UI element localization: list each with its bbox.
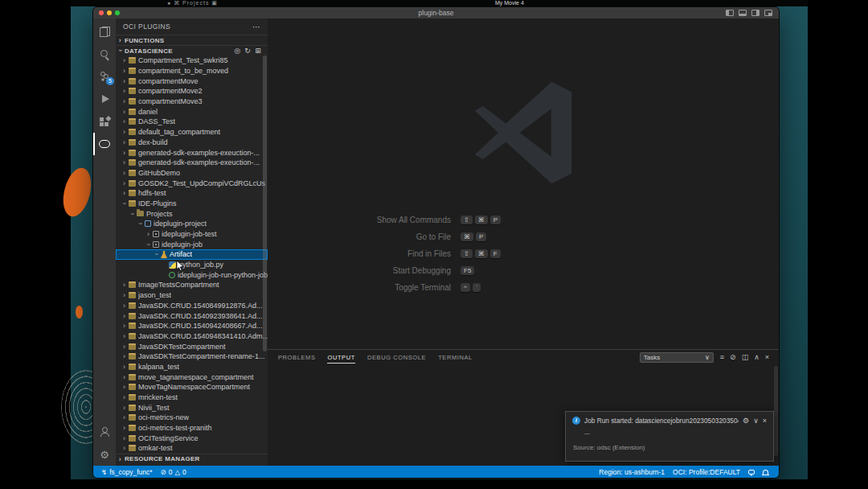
tree-item-icon [129, 323, 136, 329]
panel-tab[interactable]: DEBUG CONSOLE [367, 351, 426, 364]
tree-item[interactable]: › oci-metrics-test-pranith [116, 423, 268, 434]
section-functions[interactable]: › FUNCTIONS [116, 35, 268, 45]
activity-bar-item[interactable] [93, 88, 116, 110]
keyboard-key: F [490, 249, 501, 258]
toggle-panel-icon[interactable] [739, 10, 747, 16]
tree-item[interactable]: › IDE-Plugins [116, 199, 268, 209]
tree-item[interactable]: › OCITestingService [116, 433, 268, 443]
panel-scrollbar[interactable] [774, 366, 778, 456]
status-bar-right: Region: us-ashburn-1 OCI: Profile:DEFAUL… [595, 468, 772, 476]
activity-bar-item[interactable] [93, 443, 116, 466]
tree-item[interactable]: › GitHubDemo [116, 168, 268, 179]
sidebar-scrollbar[interactable] [263, 55, 267, 351]
scm-badge: 5 [106, 77, 114, 85]
tree-item[interactable]: › compartment_to_be_moved [116, 66, 268, 76]
tree-item[interactable]: › Artifact [116, 249, 268, 260]
region-status[interactable]: Region: us-ashburn-1 [595, 468, 669, 476]
tree-item-label: jason_test [138, 291, 171, 299]
section-resource-manager[interactable]: › RESOURCE MANAGER [116, 454, 268, 464]
tree-item[interactable]: › JavaSDK.CRUD.1540948341410.Adm... [116, 331, 268, 342]
panel-tab[interactable]: OUTPUT [327, 351, 354, 364]
tree-item[interactable]: › JavaSDK.CRUD.1540923938641.Ad... [116, 310, 268, 321]
tree-item[interactable]: › ideplugin-job [116, 239, 268, 249]
tree-item[interactable]: › mricken-test [116, 392, 268, 403]
tree-chevron-icon: › [121, 149, 128, 157]
tree-item[interactable]: › oci-metrics-new [116, 413, 268, 423]
tree-item[interactable]: › generated-sdk-examples-exeuction-... [116, 147, 268, 158]
toggle-sidebar-right-icon[interactable] [751, 10, 760, 16]
tree-item[interactable]: › ideplugin-job-test [116, 229, 268, 240]
notification-chevron-icon[interactable]: ∨ [753, 417, 759, 425]
activity-bar-item[interactable] [93, 20, 116, 43]
split-panel-icon[interactable]: ◫ [742, 353, 749, 361]
notification-close-icon[interactable]: × [763, 417, 767, 425]
activity-bar-item[interactable] [93, 133, 116, 155]
tree-item[interactable]: › ideplugin-job-run-python-job [116, 269, 268, 280]
oci-profile-status[interactable]: OCI: Profile:DEFAULT [669, 468, 744, 476]
tree-item[interactable]: › compartmentMove2 [116, 86, 268, 97]
tree-item[interactable]: › Compartment_Test_swkri85 [116, 55, 268, 66]
notifications-button[interactable] [759, 470, 772, 475]
tree-item[interactable]: › hdfs-test [116, 188, 268, 199]
output-channel-dropdown[interactable]: Tasks ∨ [640, 352, 714, 363]
tree-item[interactable]: › jason_test [116, 290, 268, 301]
notification-gear-icon[interactable]: ⚙ [743, 417, 749, 425]
tree-item[interactable]: › daniel [116, 106, 268, 117]
window-titlebar[interactable]: plugin-base [93, 7, 779, 18]
tree-item[interactable]: › python_job.py [116, 260, 268, 270]
tree-item[interactable]: › MoveTagNamespaceCompartment [116, 382, 268, 392]
close-panel-icon[interactable]: × [765, 353, 769, 361]
tree-item[interactable]: › compartmentMove3 [116, 97, 268, 107]
shortcut-row: Toggle Terminal ^` [268, 282, 779, 293]
shortcut-row: Find in Files ⇧⌘F [268, 249, 779, 259]
problems-status[interactable]: ⊘ 0 △ 0 [157, 466, 190, 478]
section-datascience[interactable]: › DATASCIENCE ◎ ↻ ⊞ [116, 45, 268, 55]
panel-tab[interactable]: PROBLEMS [278, 351, 315, 364]
tree-item-icon [129, 57, 136, 64]
clear-output-icon[interactable]: ⊘ [730, 353, 736, 361]
tree-item-label: OCITestingService [138, 434, 199, 442]
tree-item[interactable]: › DASS_Test [116, 117, 268, 127]
tree-item[interactable]: › Projects [116, 208, 268, 219]
screen: ● ⌘ Projects ▣ My Movie 4 plugin-base [0, 0, 868, 489]
tree-chevron-icon: › [121, 343, 128, 351]
tree-chevron-icon: › [153, 251, 161, 258]
more-actions-icon[interactable]: ⋯ [252, 23, 260, 31]
customize-layout-icon[interactable] [764, 10, 772, 16]
output-filter-icon[interactable]: ≡ [720, 353, 724, 361]
section-label: FUNCTIONS [125, 37, 164, 44]
open-external-icon[interactable]: ⊞ [255, 47, 261, 55]
tree-item[interactable]: › kalpana_test [116, 362, 268, 372]
remote-indicator[interactable]: ↯ fs_copy_func* [97, 466, 157, 478]
tree-item[interactable]: › ideplugin-project [116, 219, 268, 229]
maximize-panel-icon[interactable]: ∧ [754, 353, 760, 361]
tree-item[interactable]: › JavaSDK.CRUD.1540942408667.Ad... [116, 321, 268, 331]
tree-item[interactable]: › move_tagnamespace_compartment [116, 372, 268, 382]
tree-item[interactable]: › default_tag_compartment [116, 127, 268, 138]
tree-item[interactable]: › ImageTestsCompartment [116, 280, 268, 290]
tree-item-icon [129, 98, 136, 105]
panel-tab[interactable]: TERMINAL [438, 351, 473, 364]
tree-item[interactable]: › Nivii_Test [116, 402, 268, 413]
tree-item[interactable]: › compartmentMove [116, 76, 268, 86]
tree-chevron-icon: › [121, 434, 128, 442]
activity-bar-item[interactable] [93, 43, 116, 65]
activity-bar-item[interactable] [93, 421, 116, 443]
toggle-sidebar-left-icon[interactable] [726, 10, 734, 16]
tree-item[interactable]: › generated-sdk-examples-exeuction-... [116, 158, 268, 168]
tree-item[interactable]: › omkar-test [116, 443, 268, 454]
tree-item-label: ideplugin-job-test [162, 230, 217, 238]
tree-item[interactable]: › JavaSDKTestCompartment-rename-1... [116, 351, 268, 362]
oci-plugins-sidebar: OCI PLUGINS ⋯ › FUNCTIONS › DATASCIENCE … [116, 18, 268, 466]
window-body: 5 [93, 18, 779, 466]
tree-item[interactable]: › dex-build [116, 138, 268, 148]
shortcut-label: Go to File [268, 232, 451, 241]
refresh-icon[interactable]: ↻ [244, 47, 251, 55]
tree-item[interactable]: › GOSDK2_Test_UpdCompiVCdRGLcUs [116, 178, 268, 188]
set-region-icon[interactable]: ◎ [234, 47, 240, 55]
tree-item[interactable]: › JavaSDKTestCompartment [116, 341, 268, 351]
tree-item[interactable]: › JavaSDK.CRUD.1540849912876.Ad... [116, 301, 268, 311]
feedback-button[interactable] [744, 470, 759, 475]
activity-bar-item[interactable] [93, 110, 116, 133]
activity-bar-item[interactable]: 5 [93, 65, 116, 88]
